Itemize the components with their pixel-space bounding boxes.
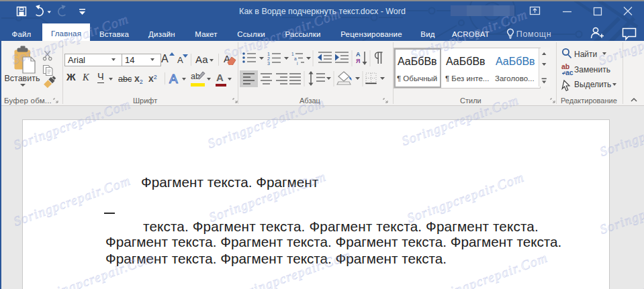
- svg-text:2: 2: [267, 56, 270, 61]
- svg-text:1: 1: [291, 52, 294, 56]
- svg-text:3: 3: [267, 61, 270, 66]
- svg-text:ac: ac: [565, 68, 573, 76]
- svg-text:1: 1: [267, 52, 270, 56]
- svg-text:А: А: [169, 72, 178, 86]
- svg-text:i: i: [297, 61, 297, 66]
- svg-text:Я: Я: [356, 58, 360, 64]
- svg-text:А: А: [356, 51, 361, 58]
- svg-text:a: a: [294, 56, 297, 61]
